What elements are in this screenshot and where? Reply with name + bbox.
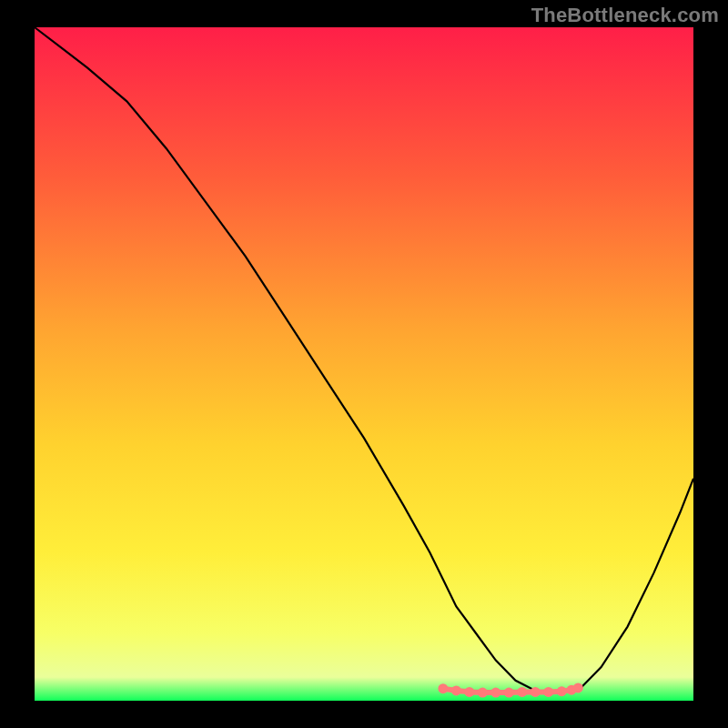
plot-background <box>35 27 693 701</box>
highlight-dot <box>573 682 583 693</box>
chart-root: TheBottleneck.com <box>0 0 728 728</box>
watermark-text: TheBottleneck.com <box>531 4 719 27</box>
bottleneck-chart <box>0 0 728 728</box>
